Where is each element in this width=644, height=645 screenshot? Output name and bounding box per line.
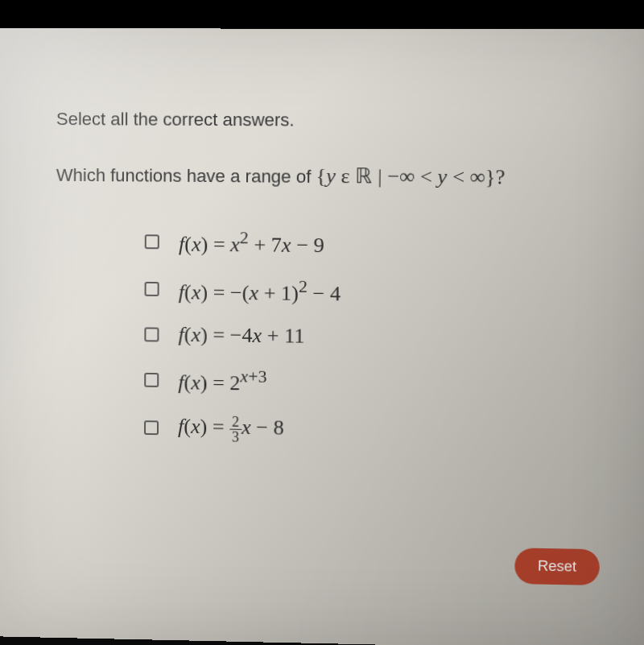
checkbox[interactable] [144, 328, 159, 342]
checkbox[interactable] [144, 373, 159, 387]
option-row[interactable]: f(x) = 2x+3 [144, 366, 610, 400]
prompt-suffix: ? [495, 165, 505, 188]
option-expression: f(x) = −(x + 1)2 − 4 [179, 275, 341, 306]
option-row[interactable]: f(x) = −(x + 1)2 − 4 [145, 275, 612, 309]
instruction-text: Select all the correct answers. [56, 109, 614, 132]
screen-surface: Select all the correct answers. Which fu… [0, 28, 644, 645]
option-expression: f(x) = −4x + 11 [178, 323, 304, 349]
checkbox[interactable] [145, 234, 159, 249]
option-row[interactable]: f(x) = −4x + 11 [144, 323, 611, 353]
window-top-bar [0, 0, 644, 28]
option-expression: f(x) = 23x − 8 [178, 414, 284, 445]
question-prompt: Which functions have a range of {y ε ℝ |… [56, 162, 613, 191]
checkbox[interactable] [145, 282, 159, 296]
prompt-prefix: Which functions have a range of [56, 165, 312, 188]
checkbox[interactable] [144, 421, 159, 436]
question-content: Select all the correct answers. Which fu… [24, 85, 644, 635]
option-expression: f(x) = 2x+3 [178, 366, 266, 396]
option-row[interactable]: f(x) = x2 + 7x − 9 [145, 227, 613, 260]
range-set-notation: {y ε ℝ | −∞ < y < ∞}? [316, 163, 505, 190]
answer-options: f(x) = x2 + 7x − 9 f(x) = −(x + 1)2 − 4 … [144, 227, 613, 449]
option-row[interactable]: f(x) = 23x − 8 [144, 413, 610, 449]
reset-button[interactable]: Reset [514, 548, 600, 585]
option-expression: f(x) = x2 + 7x − 9 [179, 228, 324, 258]
